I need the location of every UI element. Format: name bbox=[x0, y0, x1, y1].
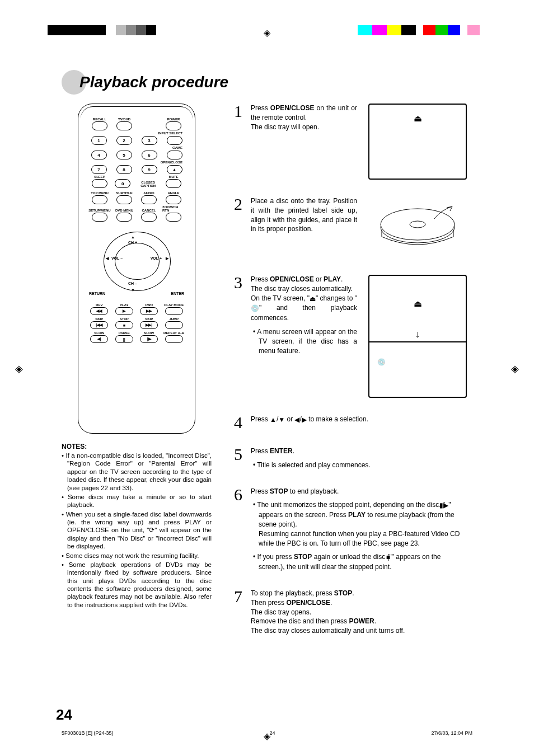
svg-point-1 bbox=[381, 209, 455, 240]
remote-btn-openclose: ▲ bbox=[164, 165, 185, 174]
remote-control-diagram: RECALL TV/DVD POWER INPUT SELECT 1 2 3 G… bbox=[78, 104, 195, 434]
up-arrow-icon: ▲ bbox=[270, 415, 277, 425]
footer-right: 27/6/03, 12:04 PM bbox=[431, 730, 472, 736]
page-heading: Playback procedure bbox=[79, 73, 228, 91]
remote-btn-zoom: ZOOM/CH RTN bbox=[162, 205, 185, 222]
registration-mark-right: ◈ bbox=[511, 363, 519, 375]
step-number: 4 bbox=[234, 415, 245, 430]
remote-label-game: GAME bbox=[85, 146, 182, 149]
remote-btn-sleep: SLEEP bbox=[88, 175, 111, 188]
remote-btn-mute: MUTE bbox=[162, 175, 185, 188]
disc-spin-icon: 💿 bbox=[377, 358, 386, 367]
step-number: 2 bbox=[234, 196, 245, 258]
step-6: 6 Press STOP to end playback. The unit m… bbox=[234, 487, 467, 572]
footer-left: 5F00301B [E] (P24-35) bbox=[62, 730, 114, 736]
remote-btn-input bbox=[164, 136, 185, 145]
remote-btn-cc: CLOSED CAPTION bbox=[135, 181, 162, 188]
remote-btn-angle: ANGLE bbox=[162, 191, 185, 204]
down-arrow-icon: ▼ bbox=[278, 415, 285, 425]
registration-mark-left: ◈ bbox=[15, 363, 23, 375]
registration-mark-top: ◈ bbox=[264, 27, 270, 38]
step-number: 3 bbox=[234, 275, 245, 398]
print-color-bars-right bbox=[358, 25, 486, 37]
remote-btn-setupmenu: SETUP/MENU bbox=[88, 209, 111, 222]
remote-btn-recall: RECALL bbox=[88, 118, 111, 130]
print-color-bars-left bbox=[48, 25, 165, 37]
remote-dpad: ▲ CH + CH – ▼ ◀ VOL – VOL + ▶ RETURN ENT… bbox=[89, 228, 184, 295]
step-2: 2 Place a disc onto the tray. Position i… bbox=[234, 196, 467, 258]
step-3: 3 Press OPEN/CLOSE or PLAY. The disc tra… bbox=[234, 275, 467, 398]
remote-playback-grid: REV◀◀ PLAY▶ FWD▶▶ PLAY MODE SKIP|◀◀ STOP… bbox=[88, 303, 185, 343]
footer: 5F00301B [E] (P24-35) 24 27/6/03, 12:04 … bbox=[62, 730, 472, 736]
note-item: If a non-compatible disc is loaded, "Inc… bbox=[62, 452, 212, 492]
step-number: 6 bbox=[234, 487, 245, 572]
remote-btn-dvdmenu: DVD MENU bbox=[113, 209, 135, 222]
remote-btn-4: 4 bbox=[88, 151, 109, 159]
remote-label-openclose: OPEN/CLOSE bbox=[85, 161, 182, 164]
remote-btn-2: 2 bbox=[114, 136, 134, 145]
remote-btn-game bbox=[164, 151, 185, 159]
step-number: 7 bbox=[234, 589, 245, 636]
remote-btn-6: 6 bbox=[139, 151, 160, 159]
right-arrow-icon: ▶ bbox=[302, 415, 307, 425]
remote-btn-3: 3 bbox=[139, 136, 160, 145]
step-4: 4 Press ▲/▼ or ◀/▶ to make a selection. bbox=[234, 415, 467, 430]
remote-btn-subtitle: SUBTITLE bbox=[113, 191, 135, 204]
tv-display-transition: ⏏ ↓ 💿 bbox=[368, 275, 467, 398]
notes-title: NOTES: bbox=[62, 443, 212, 450]
remote-btn-tvdvd: TV/DVD bbox=[113, 118, 135, 130]
notes-section: NOTES: If a non-compatible disc is loade… bbox=[62, 443, 212, 609]
remote-btn-topmenu: TOP MENU bbox=[88, 191, 111, 204]
remote-btn-9: 9 bbox=[139, 165, 160, 174]
step-number: 1 bbox=[234, 104, 245, 180]
note-item: Some discs may not work the resuming fac… bbox=[62, 552, 212, 560]
remote-btn-7: 7 bbox=[88, 165, 109, 174]
manual-page: ◈ ◈ ◈ ◈ Playback procedure RECALL TV/DVD… bbox=[0, 0, 534, 756]
note-item: Some playback operations of DVDs may be … bbox=[62, 561, 212, 609]
note-item: Some discs may take a minute or so to st… bbox=[62, 493, 212, 509]
tv-display-eject: ⏏ bbox=[368, 104, 467, 180]
eject-icon: ⏏ bbox=[310, 294, 316, 304]
footer-center: 24 bbox=[269, 730, 275, 736]
eject-icon: ⏏ bbox=[414, 112, 422, 125]
eject-icon: ⏏ bbox=[414, 299, 422, 308]
step-1: 1 Press OPEN/CLOSE on the unit or the re… bbox=[234, 104, 467, 180]
remote-label-input-select: INPUT SELECT bbox=[85, 132, 182, 135]
page-number: 24 bbox=[56, 706, 72, 724]
step-5: 5 Press ENTER. Title is selected and pla… bbox=[234, 447, 467, 470]
remote-btn-cancel: CANCEL bbox=[138, 209, 160, 222]
remote-btn-audio: AUDIO bbox=[138, 191, 160, 204]
remote-btn-8: 8 bbox=[114, 165, 134, 174]
disc-tray-illustration bbox=[368, 196, 467, 258]
remote-btn-0: 0 bbox=[111, 179, 134, 188]
step-7: 7 To stop the playback, press STOP. Then… bbox=[234, 589, 467, 636]
disc-spin-icon: 💿 bbox=[251, 304, 259, 313]
left-arrow-icon: ◀ bbox=[294, 415, 299, 425]
arrow-down-icon: ↓ bbox=[369, 327, 466, 341]
remote-btn-5: 5 bbox=[114, 151, 134, 159]
note-item: When you set a single-faced disc label d… bbox=[62, 510, 212, 551]
remote-btn-power: POWER bbox=[162, 118, 185, 130]
step-number: 5 bbox=[234, 447, 245, 470]
remote-btn-1: 1 bbox=[88, 136, 109, 145]
